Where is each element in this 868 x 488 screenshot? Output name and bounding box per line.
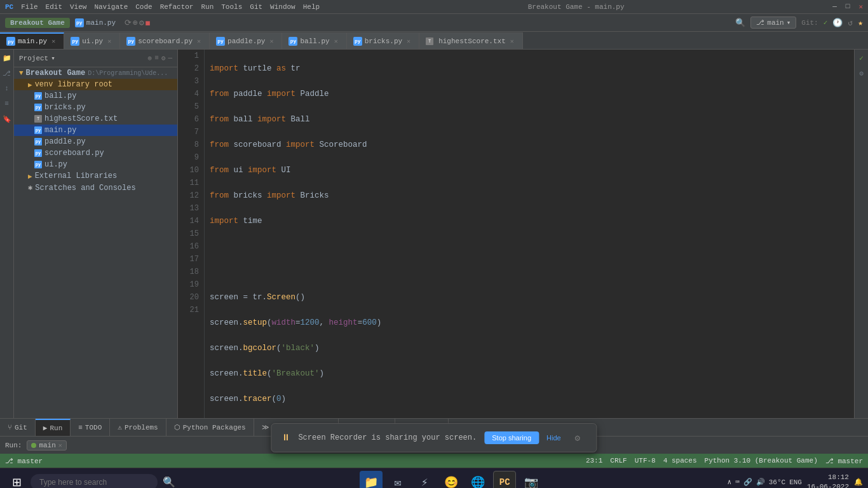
tray-notification-icon[interactable]: 🔔 [854, 478, 863, 486]
menu-navigate[interactable]: Navigate [94, 3, 128, 11]
git-branch-status[interactable]: ⎇ master [5, 457, 43, 465]
toolbar-sync-icon[interactable]: ⟳ [125, 18, 132, 28]
right-sidebar-check-icon[interactable]: ✓ [856, 52, 867, 64]
menu-run[interactable]: Run [201, 3, 214, 11]
tab-run[interactable]: ▶ Run [36, 419, 71, 436]
menu-code[interactable]: Code [135, 3, 152, 11]
run-process-badge[interactable]: main ✕ [27, 440, 66, 451]
sidebar-pullrequest-icon[interactable]: ↕ [1, 83, 13, 94]
pc-icon[interactable]: PC [5, 3, 13, 11]
sidebar-commit-icon[interactable]: ⎇ [1, 67, 13, 79]
taskbar-app-edge[interactable]: 🌐 [466, 471, 489, 489]
python-version[interactable]: Python 3.10 (Breakout Game) [705, 457, 818, 464]
tab-close-paddle[interactable]: ✕ [268, 37, 275, 45]
tab-close-ball[interactable]: ✕ [332, 37, 340, 45]
toolbar-add-icon[interactable]: ⊕ [133, 18, 138, 28]
taskbar-app-lightning[interactable]: ⚡ [413, 471, 436, 489]
tree-external-libs[interactable]: ▶ External Libraries [14, 170, 177, 182]
tree-venv-folder[interactable]: ▶ venv library root [14, 79, 177, 90]
tree-expand-icon[interactable]: ≡ [154, 54, 159, 62]
tree-file-ball[interactable]: py ball.py [14, 90, 177, 102]
taskbar-app-camera[interactable]: 📷 [520, 471, 543, 489]
line-ending[interactable]: CRLF [610, 457, 627, 464]
tray-keyboard-icon[interactable]: ⌨ [735, 478, 740, 486]
code-editor[interactable]: import turtle as tr from paddle import P… [205, 50, 854, 418]
menu-edit[interactable]: Edit [46, 3, 62, 11]
tree-file-paddle[interactable]: py paddle.py [14, 136, 177, 147]
packages-tab-label: Python Packages [183, 424, 246, 431]
tree-settings-icon[interactable]: ⚙ [161, 54, 166, 62]
tab-close-scoreboard[interactable]: ✕ [195, 37, 203, 45]
encoding[interactable]: UTF-8 [635, 457, 656, 464]
tray-network-icon[interactable]: 🔗 [743, 478, 752, 486]
tab-git[interactable]: ⑂ Git [0, 419, 36, 436]
sidebar-bookmarks-icon[interactable]: 🔖 [1, 113, 13, 125]
active-file-tab[interactable]: py main.py [75, 18, 116, 27]
taskbar-app-emoji[interactable]: 😊 [440, 471, 463, 489]
tree-file-scoreboard[interactable]: py scoreboard.py [14, 147, 177, 159]
sidebar-structure-icon[interactable]: ≡ [1, 98, 13, 109]
banner-settings-icon[interactable]: ⚙ [569, 429, 587, 447]
tree-scratches[interactable]: ✱ Scratches and Consoles [14, 182, 177, 194]
toolbar-stop-icon[interactable]: ◼ [146, 18, 151, 28]
toolbar-build-icon[interactable]: ⚙ [139, 18, 144, 28]
toolbar-undo-icon[interactable]: ↺ [848, 18, 853, 28]
toolbar-star-icon[interactable]: ★ [858, 18, 863, 28]
close-button[interactable]: ✕ [858, 3, 863, 11]
tree-locate-icon[interactable]: ⊕ [148, 54, 153, 62]
indent-setting[interactable]: 4 spaces [663, 457, 697, 464]
tab-paddle-py[interactable]: py paddle.py ✕ [210, 32, 282, 49]
git-label: Git: [801, 19, 818, 27]
tab-ui-py[interactable]: py ui.py ✕ [64, 32, 120, 49]
search-icon-taskbar[interactable]: 🔍 [163, 476, 175, 489]
tree-collapse-icon[interactable]: — [168, 54, 172, 62]
menu-refactor[interactable]: Refactor [160, 3, 194, 11]
tab-close-highestscore[interactable]: ✕ [508, 37, 516, 45]
tray-volume-icon[interactable]: 🔊 [756, 478, 765, 486]
search-icon[interactable]: 🔍 [735, 18, 745, 28]
tab-python-packages[interactable]: ⬡ Python Packages [166, 419, 254, 436]
hide-button[interactable]: Hide [546, 434, 561, 442]
stop-sharing-button[interactable]: Stop sharing [484, 431, 539, 444]
tab-close-bricks[interactable]: ✕ [405, 37, 412, 45]
taskbar-app-mail[interactable]: ✉ [386, 471, 409, 489]
tab-close-main[interactable]: ✕ [50, 37, 57, 45]
start-button[interactable]: ⊞ [5, 471, 28, 489]
tab-highestscore[interactable]: T highestScore.txt ✕ [419, 32, 523, 49]
tab-problems[interactable]: ⚠ Problems [110, 419, 166, 436]
tree-file-ui[interactable]: py ui.py [14, 159, 177, 170]
tree-file-main[interactable]: py main.py [14, 125, 177, 136]
right-sidebar-settings-icon[interactable]: ⚙ [856, 67, 867, 79]
tree-file-bricks[interactable]: py bricks.py [14, 102, 177, 113]
maximize-button[interactable]: □ [846, 3, 850, 11]
tab-ball-py[interactable]: py ball.py ✕ [282, 32, 346, 49]
menu-tools[interactable]: Tools [221, 3, 242, 11]
tab-close-ui[interactable]: ✕ [105, 37, 113, 45]
branch-selector[interactable]: ⎇ main ▾ [750, 17, 796, 29]
menu-help[interactable]: Help [303, 3, 320, 11]
tab-bricks-py[interactable]: py bricks.py ✕ [347, 32, 419, 49]
tree-dropdown-icon[interactable]: ▾ [51, 54, 55, 62]
toolbar-clock-icon[interactable]: 🕐 [832, 18, 843, 28]
menu-view[interactable]: View [70, 3, 86, 11]
system-clock[interactable]: 18:12 16-06-2022 [807, 473, 849, 488]
taskbar-app-explorer[interactable]: 📁 [360, 471, 383, 489]
tray-language[interactable]: ENG [789, 478, 802, 486]
tray-chevron-icon[interactable]: ∧ [728, 478, 732, 486]
taskbar-search-input[interactable] [31, 474, 158, 489]
tab-main-py[interactable]: py main.py ✕ [0, 32, 64, 49]
project-badge[interactable]: Breakout Game [5, 18, 70, 28]
minimize-button[interactable]: — [832, 3, 837, 11]
run-close-icon[interactable]: ✕ [58, 442, 62, 449]
sidebar-project-icon[interactable]: 📁 [1, 52, 13, 64]
menu-git[interactable]: Git [250, 3, 262, 11]
menu-file[interactable]: File [21, 3, 37, 11]
tab-todo[interactable]: ≡ TODO [71, 419, 110, 436]
tree-root-folder[interactable]: ▼ Breakout Game D:\Programming\Ude... [14, 67, 177, 79]
code-area[interactable]: 12345 678910 1112131415 1617181920 21 im… [178, 50, 854, 418]
taskbar-app-pycharm[interactable]: PC [493, 471, 516, 489]
window-title: Breakout Game - main.py [528, 3, 625, 11]
menu-window[interactable]: Window [270, 3, 295, 11]
tree-file-highestscore[interactable]: T highestScore.txt [14, 113, 177, 125]
tab-scoreboard-py[interactable]: py scoreboard.py ✕ [120, 32, 210, 49]
